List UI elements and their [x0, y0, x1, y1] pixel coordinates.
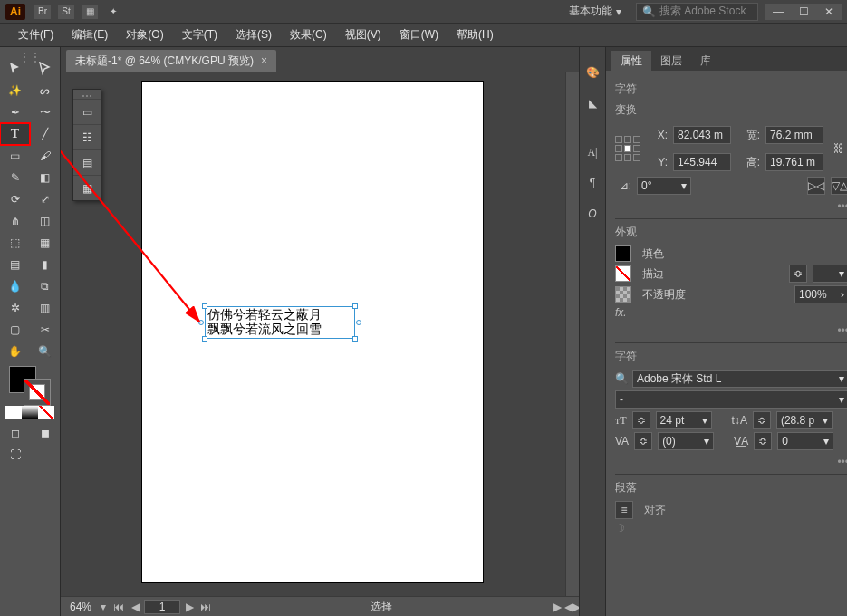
- menu-object[interactable]: 对象(O): [117, 24, 172, 46]
- menu-file[interactable]: 文件(F): [9, 24, 63, 46]
- line-segment-tool[interactable]: ╱: [30, 123, 60, 145]
- stroke-chip[interactable]: [615, 265, 631, 282]
- menu-view[interactable]: 视图(V): [336, 24, 390, 46]
- fx-label[interactable]: fx.: [615, 306, 627, 319]
- page-number-input[interactable]: [144, 600, 180, 614]
- perspective-grid-tool[interactable]: ▦: [30, 232, 60, 254]
- color-mode-gradient[interactable]: [22, 406, 38, 419]
- bridge-icon[interactable]: Br: [34, 5, 51, 19]
- handle-bottom-right[interactable]: [352, 336, 358, 342]
- flip-horizontal-button[interactable]: ▷◁: [807, 177, 825, 195]
- tracking-stepper[interactable]: ≎: [754, 432, 772, 450]
- control-strip-item-1[interactable]: ▭: [73, 99, 101, 124]
- color-mode-none[interactable]: [38, 406, 54, 419]
- width-input[interactable]: [765, 126, 823, 144]
- zoom-value[interactable]: 64%: [61, 601, 101, 613]
- gpu-icon[interactable]: ✦: [105, 5, 121, 19]
- gradient-tool[interactable]: ▮: [30, 254, 60, 275]
- width-tool[interactable]: ⋔: [0, 210, 30, 232]
- color-guide-panel-icon[interactable]: ◣: [580, 91, 605, 116]
- leading-stepper[interactable]: ≎: [753, 411, 771, 429]
- control-strip-panel[interactable]: ⋯ ▭ ☷ ▤ ▦: [72, 89, 101, 201]
- color-mode-solid[interactable]: [5, 406, 22, 419]
- stock-icon[interactable]: St: [58, 5, 74, 19]
- stroke-weight-dropdown[interactable]: ▾: [813, 265, 847, 283]
- slice-tool[interactable]: ✂: [30, 319, 60, 341]
- hand-tool[interactable]: ✋: [0, 341, 30, 362]
- font-size-stepper[interactable]: ≎: [632, 411, 650, 429]
- stroke-weight-stepper[interactable]: ≎: [789, 265, 807, 283]
- appearance-more-icon[interactable]: •••: [837, 324, 847, 337]
- leading-input[interactable]: (28.8 p▾: [776, 411, 833, 429]
- close-button[interactable]: ✕: [816, 4, 842, 20]
- opentype-panel-icon[interactable]: O: [580, 201, 605, 226]
- menu-help[interactable]: 帮助(H): [448, 24, 503, 46]
- rectangle-tool[interactable]: ▭: [0, 145, 30, 167]
- handle-out-port[interactable]: [356, 320, 361, 325]
- shape-builder-tool[interactable]: ⬚: [0, 232, 30, 254]
- lasso-tool[interactable]: ᔕ: [30, 80, 60, 101]
- font-size-input[interactable]: 24 pt▾: [656, 411, 712, 429]
- control-strip-grip[interactable]: ⋯: [73, 90, 101, 99]
- stroke-swatch[interactable]: [24, 379, 51, 406]
- maximize-button[interactable]: ☐: [791, 4, 816, 20]
- last-page-button[interactable]: ⏭: [198, 601, 213, 613]
- screen-mode[interactable]: ⛶: [0, 444, 30, 466]
- workspace-switcher[interactable]: 基本功能 ▾: [560, 2, 630, 21]
- arrange-docs-icon[interactable]: ▦: [82, 5, 98, 19]
- handle-in-port[interactable]: [198, 320, 204, 325]
- kerning-stepper[interactable]: ≎: [634, 432, 652, 450]
- opacity-chip[interactable]: [615, 286, 631, 303]
- drawing-mode-normal[interactable]: ◻: [0, 422, 30, 444]
- prev-page-button[interactable]: ◀: [128, 601, 142, 613]
- column-graph-tool[interactable]: ▥: [30, 297, 60, 319]
- hscroll-left[interactable]: ▶: [550, 601, 564, 613]
- constrain-proportions-icon[interactable]: ⛓: [829, 139, 847, 159]
- control-strip-item-3[interactable]: ▤: [73, 149, 101, 175]
- selected-text-frame[interactable]: 仿佛兮若轻云之蔽月 飘飘兮若流风之回雪: [205, 306, 355, 339]
- toolbox-grip[interactable]: ⋮⋮: [0, 51, 60, 58]
- tab-layers[interactable]: 图层: [651, 51, 691, 71]
- handle-bottom-left[interactable]: [202, 336, 207, 342]
- magic-wand-tool[interactable]: ✨: [0, 80, 30, 101]
- handle-top-right[interactable]: [352, 303, 358, 309]
- opacity-input[interactable]: 100%›: [794, 285, 847, 303]
- menu-window[interactable]: 窗口(W): [390, 24, 448, 46]
- canvas-viewport[interactable]: ⋯ ▭ ☷ ▤ ▦ 仿佛兮若轻云之蔽月 飘飘兮若流风之回雪: [61, 72, 579, 616]
- tab-properties[interactable]: 属性: [611, 51, 651, 71]
- drawing-mode-behind[interactable]: ◼: [30, 422, 60, 444]
- transform-more-icon[interactable]: •••: [837, 200, 847, 213]
- hscroll-right[interactable]: ◀▶: [564, 601, 579, 613]
- flip-vertical-button[interactable]: ▽△: [831, 177, 847, 195]
- rotate-tool[interactable]: ⟳: [0, 188, 30, 210]
- zoom-dropdown-icon[interactable]: ▾: [101, 601, 106, 613]
- height-input[interactable]: [765, 153, 823, 171]
- zoom-tool[interactable]: 🔍: [30, 341, 60, 362]
- stock-search-box[interactable]: 🔍 搜索 Adobe Stock: [636, 3, 758, 21]
- blend-tool[interactable]: ⧉: [30, 275, 60, 297]
- selection-tool[interactable]: [0, 58, 30, 80]
- menu-edit[interactable]: 编辑(E): [63, 24, 117, 46]
- artboard-tool[interactable]: ▢: [0, 319, 30, 341]
- fill-stroke-swatch[interactable]: [0, 362, 60, 422]
- minimize-button[interactable]: —: [765, 4, 791, 20]
- document-tab[interactable]: 未标题-1* @ 64% (CMYK/GPU 预览) ×: [66, 50, 276, 72]
- fill-chip[interactable]: [615, 245, 631, 262]
- paintbrush-tool[interactable]: 🖌: [30, 145, 60, 167]
- rotate-input[interactable]: 0°▾: [637, 177, 691, 195]
- y-input[interactable]: [673, 153, 731, 171]
- eyedropper-tool[interactable]: 💧: [0, 275, 30, 297]
- font-style-dropdown[interactable]: -▾: [615, 390, 847, 409]
- curvature-tool[interactable]: 〜: [30, 101, 60, 123]
- pen-tool[interactable]: ✒: [0, 101, 30, 123]
- menu-effect[interactable]: 效果(C): [281, 24, 336, 46]
- mesh-tool[interactable]: ▤: [0, 254, 30, 275]
- first-page-button[interactable]: ⏮: [111, 601, 126, 613]
- character-panel-icon[interactable]: A|: [580, 140, 605, 165]
- next-page-button[interactable]: ▶: [182, 601, 197, 613]
- align-left-button[interactable]: ≡: [615, 501, 633, 519]
- symbol-sprayer-tool[interactable]: ✲: [0, 297, 30, 319]
- direct-selection-tool[interactable]: [30, 58, 60, 80]
- control-strip-item-2[interactable]: ☷: [73, 124, 101, 149]
- shaper-tool[interactable]: ✎: [0, 167, 30, 188]
